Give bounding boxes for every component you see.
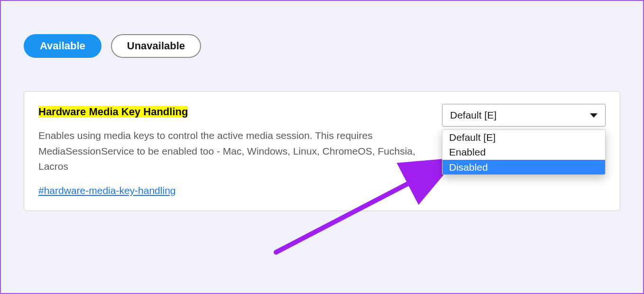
flag-select[interactable]: Default [E] bbox=[442, 104, 606, 127]
flag-card: Hardware Media Key Handling Enables usin… bbox=[24, 91, 620, 211]
option-disabled[interactable]: Disabled bbox=[442, 160, 605, 175]
flag-hash-link[interactable]: #hardware-media-key-handling bbox=[38, 185, 176, 196]
flag-description: Enables using media keys to control the … bbox=[38, 128, 432, 175]
tab-unavailable[interactable]: Unavailable bbox=[111, 34, 201, 58]
option-enabled[interactable]: Enabled bbox=[442, 145, 605, 159]
flag-title: Hardware Media Key Handling bbox=[38, 106, 188, 118]
flag-select-value: Default [E] bbox=[450, 110, 590, 121]
flag-info: Hardware Media Key Handling Enables usin… bbox=[38, 104, 442, 196]
flag-dropdown-list: Default [E] Enabled Disabled bbox=[442, 129, 606, 175]
flag-control: Default [E] Default [E] Enabled Disabled bbox=[442, 104, 606, 196]
flag-tabs: Available Unavailable bbox=[24, 34, 620, 58]
option-default[interactable]: Default [E] bbox=[442, 130, 605, 145]
tab-available[interactable]: Available bbox=[24, 34, 101, 58]
chevron-down-icon bbox=[590, 113, 598, 118]
